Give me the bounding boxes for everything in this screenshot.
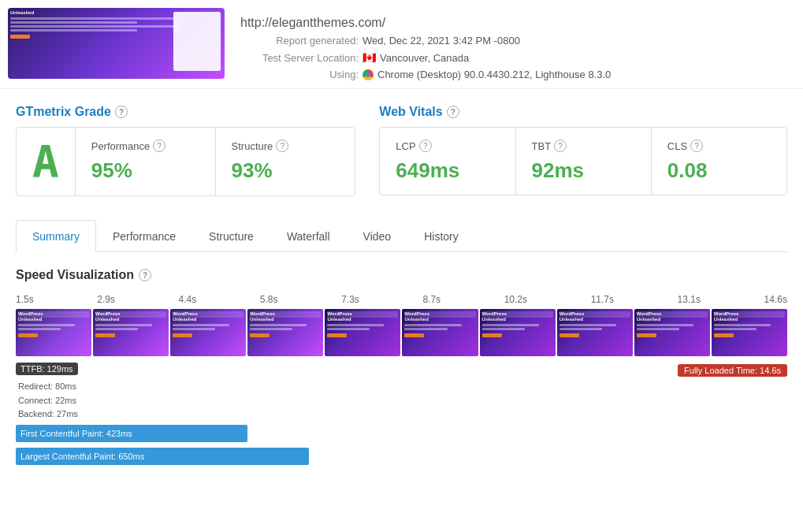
site-url[interactable]: http://elegantthemes.com/ (240, 16, 611, 30)
time-label-6: 8.7s (422, 294, 441, 305)
chrome-icon (362, 69, 374, 80)
using-row: Using: Chrome (Desktop) 90.0.4430.212, L… (240, 69, 611, 80)
speed-viz-help-icon[interactable]: ? (139, 269, 151, 281)
header-section: Unleashed http://elegantthemes.com/ Repo… (0, 0, 803, 89)
gtmetrix-grade-title: GTmetrix Grade ? (16, 105, 355, 119)
grade-letter-section: A (17, 128, 76, 195)
header-info: http://elegantthemes.com/ Report generat… (225, 8, 611, 80)
time-label-4: 5.8s (260, 294, 278, 305)
screenshot-10: WordPressUnleashed (712, 309, 787, 356)
ttfb-badge: TTFB: 129ms (16, 363, 78, 375)
speed-viz-title: Speed Visualization ? (16, 268, 787, 282)
lcp-label: LCP ? (396, 140, 499, 152)
using-value: Chrome (Desktop) 90.0.4430.212, Lighthou… (377, 69, 611, 80)
report-label: Report generated: (240, 35, 359, 47)
screenshot-5: WordPressUnleashed (325, 309, 400, 356)
performance-value: 95% (91, 158, 199, 183)
site-thumbnail: Unleashed (8, 8, 225, 79)
cls-label: CLS ? (667, 140, 771, 152)
lcp-item: LCP ? 649ms (380, 128, 515, 195)
cls-help-icon[interactable]: ? (690, 140, 703, 152)
lcp-bar: Largest Contentful Paint: 650ms (16, 448, 309, 465)
web-vitals-box: Web Vitals ? LCP ? 649ms TBT ? 92ms CL (379, 105, 787, 196)
screenshot-2: WordPressUnleashed (93, 309, 169, 356)
content-section: Speed Visualization ? 1.5s 2.9s 4.4s 5.8… (0, 252, 803, 481)
server-location-row: Test Server Location: 🇨🇦 Vancouver, Cana… (240, 51, 611, 64)
server-label: Test Server Location: (240, 52, 359, 64)
thumbnail-mockup (173, 12, 221, 71)
tab-video[interactable]: Video (347, 220, 408, 252)
tab-history[interactable]: History (407, 220, 475, 252)
vitals-card: LCP ? 649ms TBT ? 92ms CLS ? 0.08 (379, 127, 787, 195)
screenshot-9: WordPressUnleashed (634, 309, 710, 356)
time-label-10: 14.6s (764, 294, 787, 305)
grade-card: A Performance ? 95% Structure ? 93% (16, 127, 355, 196)
time-label-9: 13.1s (678, 294, 701, 305)
tab-waterfall[interactable]: Waterfall (270, 220, 347, 252)
time-label-2: 2.9s (97, 294, 115, 305)
fcp-label: First Contentful Paint: 423ms (16, 429, 137, 438)
structure-value: 93% (232, 158, 340, 183)
time-label-5: 7.3s (341, 294, 359, 305)
cls-value: 0.08 (667, 158, 771, 183)
performance-help-icon[interactable]: ? (153, 140, 165, 152)
structure-label: Structure ? (232, 140, 340, 152)
lcp-bar-label: Largest Contentful Paint: 650ms (16, 452, 149, 461)
cls-item: CLS ? 0.08 (652, 128, 786, 195)
speed-visualization: 1.5s 2.9s 4.4s 5.8s 7.3s 8.7s 10.2s 11.7… (16, 294, 787, 465)
connect-info: Connect: 22ms (18, 394, 787, 408)
tab-structure[interactable]: Structure (192, 220, 270, 252)
screenshot-3: WordPressUnleashed (170, 309, 246, 356)
screenshot-6: WordPressUnleashed (402, 309, 478, 356)
web-vitals-title: Web Vitals ? (379, 105, 787, 119)
tabs-section: Summary Performance Structure Waterfall … (0, 220, 803, 252)
screenshots-row: WordPressUnleashed WordPressUnleashed Wo… (16, 309, 787, 356)
tab-summary[interactable]: Summary (16, 220, 96, 252)
performance-metric: Performance ? 95% (76, 128, 216, 195)
time-label-1: 1.5s (16, 294, 34, 305)
screenshot-7: WordPressUnleashed (480, 309, 556, 356)
lcp-value: 649ms (396, 158, 499, 183)
grade-metrics: Performance ? 95% Structure ? 93% (76, 128, 355, 195)
screenshot-4: WordPressUnleashed (247, 309, 323, 356)
web-vitals-help-icon[interactable]: ? (447, 106, 459, 118)
tab-performance[interactable]: Performance (96, 220, 192, 252)
fully-loaded-badge: Fully Loaded Time: 14.6s (678, 364, 787, 377)
tbt-value: 92ms (532, 158, 635, 183)
backend-info: Backend: 27ms (18, 407, 787, 422)
flag-icon: 🇨🇦 (362, 51, 376, 64)
using-label: Using: (240, 69, 359, 80)
timing-details: Redirect: 80ms Connect: 22ms Backend: 27… (18, 380, 787, 422)
time-label-3: 4.4s (179, 294, 197, 305)
lcp-help-icon[interactable]: ? (419, 140, 432, 152)
performance-label: Performance ? (91, 140, 199, 152)
time-labels: 1.5s 2.9s 4.4s 5.8s 7.3s 8.7s 10.2s 11.7… (16, 294, 787, 305)
time-label-8: 11.7s (591, 294, 614, 305)
tbt-help-icon[interactable]: ? (554, 140, 567, 152)
gtmetrix-help-icon[interactable]: ? (115, 106, 128, 118)
lcp-bar-row: Largest Contentful Paint: 650ms (16, 445, 787, 465)
tabs-bar: Summary Performance Structure Waterfall … (16, 220, 787, 252)
gtmetrix-grade-box: GTmetrix Grade ? A Performance ? 95% Str… (16, 105, 355, 196)
structure-metric: Structure ? 93% (216, 128, 355, 195)
fcp-bar: First Contentful Paint: 423ms (16, 425, 247, 442)
grades-section: GTmetrix Grade ? A Performance ? 95% Str… (0, 89, 803, 212)
redirect-info: Redirect: 80ms (18, 380, 787, 394)
report-date: Wed, Dec 22, 2021 3:42 PM -0800 (362, 35, 520, 47)
screenshot-1: WordPressUnleashed (16, 309, 91, 356)
report-date-row: Report generated: Wed, Dec 22, 2021 3:42… (240, 35, 611, 47)
screenshot-8: WordPressUnleashed (557, 309, 633, 356)
server-location: Vancouver, Canada (380, 52, 469, 64)
structure-help-icon[interactable]: ? (276, 140, 288, 152)
fcp-bar-row: First Contentful Paint: 423ms (16, 425, 787, 442)
tbt-label: TBT ? (532, 140, 635, 152)
tbt-item: TBT ? 92ms (516, 128, 652, 195)
time-label-7: 10.2s (504, 294, 527, 305)
grade-letter: A (32, 140, 59, 184)
